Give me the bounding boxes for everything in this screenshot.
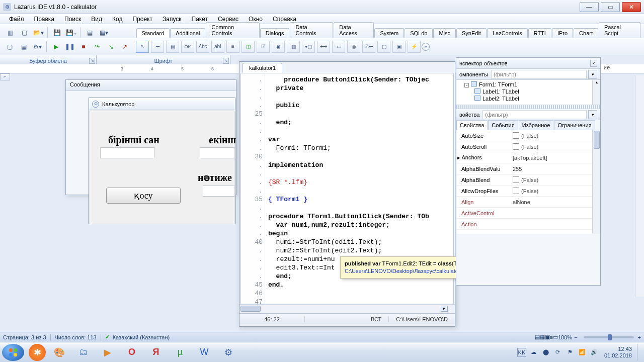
form-designer[interactable]: ⚙Калькулятор бірінші сан екінш нәтиже қо…	[89, 98, 235, 224]
view-print-icon[interactable]: ▤	[535, 334, 540, 340]
new-unit-icon[interactable]: ▥	[4, 27, 16, 38]
word-count[interactable]: Число слов: 113	[55, 334, 97, 340]
tab-restricted[interactable]: Ограничения	[554, 120, 595, 130]
form-label3[interactable]: нәтиже	[198, 171, 232, 184]
tab-dataaccess[interactable]: Data Access	[334, 22, 374, 38]
save-icon[interactable]: 💾	[51, 27, 63, 38]
maximize-button[interactable]: ▭	[601, 2, 620, 12]
tab-standard[interactable]: Standard	[136, 28, 170, 38]
word-vscrollbar[interactable]	[635, 75, 644, 297]
palette-frame-icon[interactable]: ▣	[392, 41, 406, 53]
property-row[interactable]: AllowDropFiles(False)	[456, 186, 600, 197]
tab-rtti[interactable]: RTTI	[528, 28, 551, 38]
property-row[interactable]: AlphaBlendValu255	[456, 163, 600, 174]
object-inspector[interactable]: нспектор объектов× омпоненты ▾ -Form1: T…	[456, 57, 601, 286]
palette-chevron-icon[interactable]: »	[422, 43, 430, 51]
form-edit1[interactable]	[100, 147, 154, 158]
menu-project[interactable]: Проект	[127, 15, 157, 23]
property-row[interactable]: ▸ Anchors[akTop,akLeft]	[456, 152, 600, 163]
taskbar-opera-icon[interactable]: O	[121, 344, 142, 360]
tab-events[interactable]: События	[488, 120, 518, 130]
save-all-icon[interactable]: 💾₊	[65, 27, 77, 38]
form-label2[interactable]: екінш	[209, 134, 236, 146]
minimize-button[interactable]: —	[580, 2, 599, 12]
taskbar-mediaplayer-icon[interactable]: ▶	[97, 344, 118, 360]
palette-checkbox-icon[interactable]: ☑	[257, 41, 270, 53]
source-editor[interactable]: kalkulator1 ....25....30....35....40....…	[239, 61, 455, 327]
stop-icon[interactable]: ■	[77, 41, 89, 52]
tray-shield-icon[interactable]: ⬤	[541, 348, 550, 357]
component-tree[interactable]: -Form1: TForm1 Label1: TLabel Label2: TL…	[456, 80, 600, 105]
page-count[interactable]: Страница: 3 из 3	[3, 334, 46, 340]
editor-tab[interactable]: kalkulator1	[243, 63, 282, 73]
view-read-icon[interactable]: ▦	[540, 334, 545, 340]
zoom-in-icon[interactable]: +	[638, 334, 641, 340]
tab-additional[interactable]: Additional	[170, 28, 205, 38]
language-label[interactable]: Казахский (Казахстан)	[113, 334, 170, 340]
docked-tab-label[interactable]: ие	[604, 64, 610, 70]
step-over-icon[interactable]: ↷	[92, 41, 103, 52]
tab-system[interactable]: System	[374, 28, 404, 38]
palette-actionlist-icon[interactable]: ⚡	[408, 41, 421, 53]
tab-common[interactable]: Common Controls	[206, 22, 259, 38]
start-button[interactable]	[2, 344, 24, 361]
palette-checkgroup-icon[interactable]: ☑☰	[362, 41, 375, 53]
tray-update-icon[interactable]: ⟳	[553, 348, 562, 357]
property-row[interactable]: ActiveControl	[456, 208, 600, 219]
form-edit3[interactable]	[203, 186, 235, 197]
tab-sqldb[interactable]: SQLdb	[405, 28, 433, 38]
palette-scrollbar-icon[interactable]: ⟷	[317, 41, 330, 53]
menu-view[interactable]: Вид	[86, 15, 107, 23]
view-code-icon[interactable]: ▤	[18, 41, 29, 52]
tab-synedit[interactable]: SynEdit	[456, 28, 487, 38]
palette-groupbox-icon[interactable]: ▭	[332, 41, 345, 53]
tray-volume-icon[interactable]: 🔊	[590, 348, 599, 357]
gutter[interactable]: ....25....30....35....40....454647	[241, 73, 265, 304]
run-icon[interactable]: ▶	[50, 41, 61, 52]
palette-button-icon[interactable]: OK	[181, 41, 194, 53]
show-desktop-button[interactable]	[637, 344, 642, 361]
palette-radiobutton-icon[interactable]: ◉	[272, 41, 285, 53]
taskbar-paint-icon[interactable]: 🎨	[49, 344, 70, 360]
tab-ipro[interactable]: IPro	[552, 28, 573, 38]
tray-network-icon[interactable]: 📶	[578, 348, 587, 357]
components-filter[interactable]	[491, 70, 587, 79]
tray-lang[interactable]: KK	[517, 348, 526, 357]
clipboard-launcher-icon[interactable]: ↘	[89, 58, 95, 64]
step-into-icon[interactable]: ↘	[105, 41, 117, 52]
form-edit2[interactable]	[200, 147, 235, 158]
property-row[interactable]: Action	[456, 219, 600, 230]
props-filter-clear-icon[interactable]: ▾	[588, 110, 597, 119]
tab-chart[interactable]: Chart	[574, 28, 598, 38]
splitter[interactable]	[456, 105, 600, 109]
form-canvas[interactable]: бірінші сан екінш нәтиже қосу	[90, 111, 234, 224]
tab-datacontrols[interactable]: Data Controls	[290, 22, 333, 38]
taskbar-explorer-icon[interactable]: 🗂	[73, 344, 94, 360]
taskbar-yandex-icon[interactable]: Я	[145, 344, 167, 360]
inspector-close-icon[interactable]: ×	[590, 60, 597, 67]
palette-label-icon[interactable]: Abc	[196, 41, 209, 53]
view-draft-icon[interactable]: ▭	[553, 334, 558, 340]
palette-panel-icon[interactable]: ▢	[377, 41, 390, 53]
tab-misc[interactable]: Misc	[433, 28, 456, 38]
property-row[interactable]: AutoSize(False)	[456, 130, 600, 141]
tab-properties[interactable]: Свойства	[456, 120, 488, 130]
editor-hscrollbar[interactable]: ▸	[239, 304, 455, 313]
zoom-value[interactable]: 100%	[558, 334, 572, 340]
toggle-form-icon[interactable]: ▤	[84, 27, 96, 38]
word-margin-icon[interactable]: ⌐	[0, 73, 10, 80]
menu-run[interactable]: Запуск	[157, 15, 187, 23]
property-row[interactable]: AlphaBlend(False)	[456, 174, 600, 186]
taskbar-lazarus-icon[interactable]: ⚙	[218, 344, 239, 360]
font-launcher-icon[interactable]: ↘	[223, 58, 229, 64]
properties-filter[interactable]	[482, 110, 587, 119]
property-row[interactable]: AutoScroll(False)	[456, 141, 600, 152]
palette-togglebox-icon[interactable]: ◫	[242, 41, 255, 53]
propgrid-scrollbar[interactable]	[592, 130, 600, 234]
palette-radiogroup-icon[interactable]: ◎	[347, 41, 360, 53]
build-modes-icon[interactable]: ⚙▾	[32, 41, 43, 52]
step-out-icon[interactable]: ↗	[119, 41, 131, 52]
tab-lazcontrols[interactable]: LazControls	[487, 28, 528, 38]
tab-favorites[interactable]: Избранное	[519, 120, 554, 130]
tray-cloud-icon[interactable]: ☁	[529, 348, 538, 357]
